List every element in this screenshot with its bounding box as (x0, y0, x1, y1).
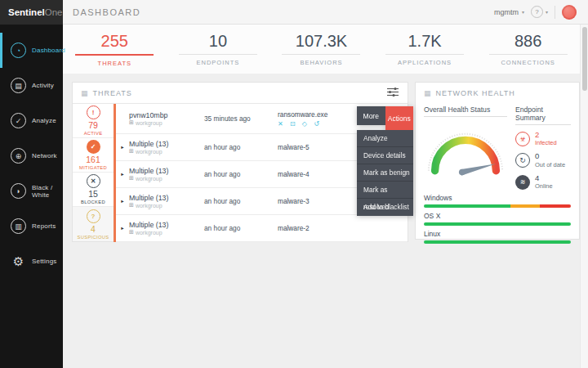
caret-right-icon[interactable]: ► (116, 145, 129, 150)
threat-status-column: ! 79 ACTIVE ✓ 161 MITIGATED ✕ 15 BLOCKED… (73, 104, 114, 242)
status-filter-blocked[interactable]: ✕ 15 BLOCKED (73, 173, 114, 207)
summary-label: Infected (535, 139, 557, 146)
workgroup-icon: ⊞ (129, 175, 134, 182)
menu-item-analyze[interactable]: Analyze (357, 130, 413, 147)
user-avatar[interactable] (562, 5, 577, 20)
device-group: ⊞workgroup (129, 229, 204, 236)
sidebar-nav: ◔ Dashboard ▤ Activity ✓ Analyze ⊕ Netwo… (0, 33, 63, 279)
sentinelone-dashboard: SentinelOne ◔ Dashboard ▤ Activity ✓ Ana… (0, 0, 588, 368)
kpi-label: APPLICATIONS (373, 59, 477, 66)
os-health-bar (424, 204, 571, 208)
group-name: workgroup (136, 230, 163, 236)
device-group: ⊞workgroup (129, 119, 204, 126)
caret-right-icon[interactable]: ► (116, 199, 129, 204)
status-filter-active[interactable]: ! 79 ACTIVE (73, 104, 114, 138)
threat-time: 35 minutes ago (204, 114, 278, 123)
sidebar-item-activity[interactable]: ▤ Activity (0, 68, 63, 103)
threat-time: an hour ago (204, 224, 278, 232)
row-context-menu: More Actions Analyze Device details Mark… (357, 106, 413, 216)
sidebar-item-reports[interactable]: ▥ Reports (0, 209, 63, 244)
status-filter-mitigated[interactable]: ✓ 161 MITIGATED (73, 138, 114, 173)
kpi-behaviors[interactable]: 107.3K BEHAVIORS (270, 25, 373, 74)
os-bar-windows: Windows (424, 194, 571, 208)
tab-more[interactable]: More (357, 106, 385, 125)
summary-title: Endpoint Summary (515, 105, 571, 125)
status-label: SUSPICIOUS (78, 235, 109, 240)
caret-right-icon[interactable]: ► (116, 172, 129, 177)
threat-name: malware-3 (278, 197, 310, 205)
device-cell: Multiple (13) ⊞workgroup (129, 167, 204, 182)
gauge-title: Overall Health Status (424, 105, 507, 117)
scrollbar-thumb[interactable] (582, 27, 587, 91)
sidebar-item-network[interactable]: ⊕ Network (0, 138, 63, 173)
sidebar-item-label: Network (32, 152, 57, 159)
suspicious-question-icon: ? (87, 209, 100, 223)
top-header: DASHBOARD mgmtm ▾ ? ▾ (63, 0, 588, 25)
device-name: pvnw10mbp (129, 111, 204, 119)
tab-actions[interactable]: Actions (385, 106, 414, 130)
caret-down-icon: ▾ (522, 9, 524, 15)
caret-right-icon[interactable]: ► (116, 226, 129, 231)
sidebar: SentinelOne ◔ Dashboard ▤ Activity ✓ Ana… (0, 0, 63, 368)
os-name: Windows (424, 194, 571, 202)
status-label: BLOCKED (81, 200, 105, 204)
threat-row[interactable]: ► Multiple (13) ⊞workgroup an hour ago m… (116, 215, 408, 242)
workgroup-icon: ⊞ (129, 202, 134, 209)
health-gauge-section: Overall Health Status (424, 105, 507, 190)
status-count: 79 (88, 120, 98, 130)
sidebar-item-label: Black / White (32, 184, 63, 199)
device-name: Multiple (13) (129, 194, 204, 202)
kpi-connections[interactable]: 886 CONNECTIONS (476, 25, 580, 74)
sidebar-item-label: Activity (32, 82, 54, 89)
blackwhite-icon: ◗ (11, 183, 26, 199)
status-label: MITIGATED (79, 165, 107, 170)
sidebar-item-black-white[interactable]: ◗ Black / White (0, 173, 63, 209)
kpi-underline (489, 54, 568, 55)
grid-handle-icon: ▦ (424, 89, 431, 97)
sidebar-item-label: Reports (32, 222, 56, 230)
sidebar-item-label: Analyze (32, 117, 56, 124)
filter-sliders-icon[interactable] (386, 86, 399, 101)
threat-time: an hour ago (204, 170, 278, 178)
kpi-underline (179, 54, 257, 55)
status-count: 4 (91, 224, 96, 234)
kpi-label: THREATS (63, 60, 167, 67)
sidebar-item-dashboard[interactable]: ◔ Dashboard (0, 33, 63, 68)
kpi-endpoints[interactable]: 10 ENDPOINTS (167, 25, 270, 74)
device-group: ⊞workgroup (129, 202, 204, 209)
menu-item-add-blacklist[interactable]: Add to blacklist (357, 199, 413, 216)
sidebar-item-label: Settings (32, 258, 57, 265)
device-name: Multiple (13) (129, 140, 204, 148)
kpi-value: 886 (476, 32, 580, 51)
sidebar-item-analyze[interactable]: ✓ Analyze (0, 103, 63, 138)
menu-item-device-details[interactable]: Device details (357, 147, 413, 164)
help-dropdown[interactable]: ? ▾ (531, 6, 548, 18)
account-dropdown[interactable]: mgmtm ▾ (494, 8, 524, 16)
sidebar-item-settings[interactable]: ⚙ Settings (0, 244, 63, 279)
health-gauge (424, 122, 507, 181)
logo-light: One (45, 7, 63, 17)
network-panel-title: NETWORK HEALTH (436, 89, 515, 97)
logo-bold: Sentinel (8, 7, 45, 17)
kpi-threats[interactable]: 255 THREATS (63, 25, 167, 74)
header-divider (555, 6, 555, 19)
kpi-applications[interactable]: 1.7K APPLICATIONS (373, 25, 477, 74)
menu-item-mark-benign[interactable]: Mark as benign (357, 164, 413, 182)
status-filter-suspicious[interactable]: ? 4 SUSPICIOUS (73, 207, 114, 241)
summary-text: 4 Online (535, 174, 553, 190)
page-scrollbar (580, 25, 588, 368)
analyze-check-icon: ✓ (11, 113, 26, 128)
mitigated-shield-icon: ✓ (87, 140, 100, 154)
threat-action-icons[interactable]: ✕ ⊡ ◇ ↺ (278, 120, 327, 128)
kpi-underline (282, 54, 360, 55)
menu-item-mark-resolved[interactable]: Mark as resolved (357, 182, 413, 199)
header-controls: mgmtm ▾ ? ▾ (494, 5, 588, 20)
status-label: ACTIVE (84, 131, 103, 136)
device-name: Multiple (13) (129, 221, 204, 229)
kpi-value: 107.3K (270, 32, 373, 51)
gauge-icon: ◔ (11, 43, 26, 58)
device-cell: pvnw10mbp ⊞workgroup (129, 111, 204, 126)
grid-handle-icon: ▦ (81, 89, 88, 97)
app-logo: SentinelOne (0, 0, 63, 25)
context-menu-tabs: More Actions (357, 106, 413, 125)
